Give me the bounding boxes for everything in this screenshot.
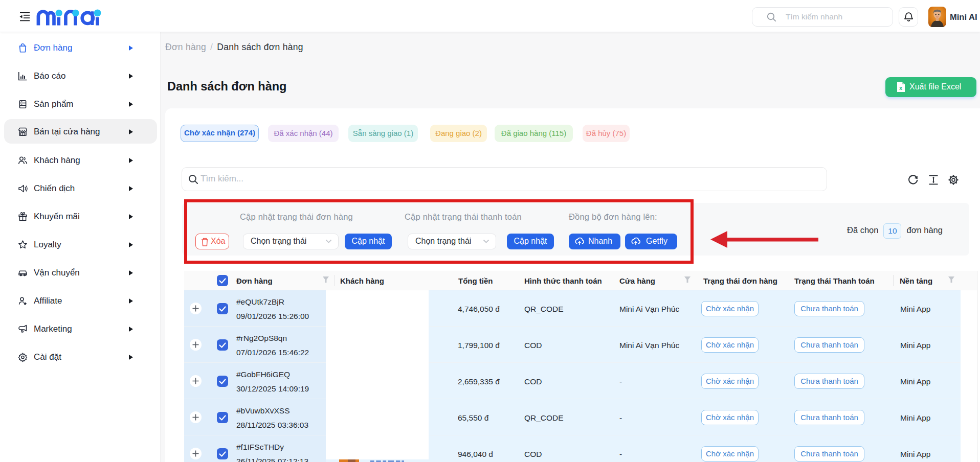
svg-text:x: x xyxy=(899,85,903,91)
